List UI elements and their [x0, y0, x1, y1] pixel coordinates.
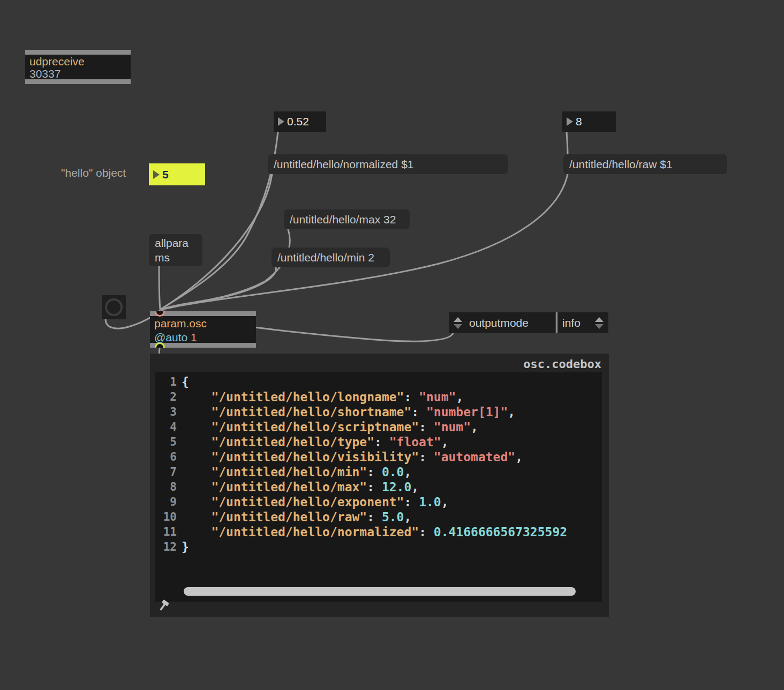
message-text: /untitled/hello/max 32	[290, 213, 396, 226]
outlet-strip	[25, 79, 131, 84]
message-text: allparams	[155, 236, 197, 265]
patch-cord	[567, 132, 568, 154]
object-argument: 30337	[29, 68, 129, 80]
inlet-strip	[25, 50, 131, 55]
number-triangle-icon	[278, 117, 284, 126]
code-line: 10 "/untitled/hello/raw": 5.0,	[155, 509, 602, 524]
umenu-info[interactable]: info	[556, 312, 608, 333]
number-box-normalized[interactable]: 0.52	[274, 111, 326, 132]
horizontal-scrollbar[interactable]	[184, 587, 576, 596]
code-line: 3 "/untitled/hello/shortname": "number[1…	[155, 404, 602, 419]
code-line: 8 "/untitled/hello/max": 12.0,	[155, 479, 602, 494]
arrow-up-icon	[595, 317, 604, 322]
number-value: 0.52	[287, 115, 309, 128]
osc-codebox-panel[interactable]: osc.codebox 1{2 "/untitled/hello/longnam…	[150, 354, 609, 617]
code-line: 4 "/untitled/hello/scriptname": "num",	[155, 419, 602, 434]
patch-cord	[161, 132, 278, 309]
number-box-hello[interactable]: 5	[149, 163, 205, 185]
arrow-down-icon	[454, 324, 462, 329]
message-box-allparams[interactable]: allparams	[149, 234, 202, 266]
message-text: /untitled/hello/normalized $1	[274, 158, 414, 171]
patch-cord	[161, 267, 276, 310]
message-box-normalized[interactable]: /untitled/hello/normalized $1	[268, 154, 508, 174]
object-box-udpreceive[interactable]: udpreceive 30337	[25, 50, 131, 84]
number-box-raw[interactable]: 8	[562, 111, 616, 132]
arrow-down-icon	[595, 324, 604, 329]
patch-cord	[159, 266, 160, 309]
number-triangle-icon	[153, 170, 160, 179]
umenu-outputmode[interactable]: outputmode	[449, 312, 555, 333]
code-line: 1{	[155, 374, 602, 389]
code-line: 12}	[155, 539, 602, 554]
object-name: param.osc	[154, 317, 254, 329]
hammer-icon[interactable]	[156, 599, 170, 613]
number-value: 8	[576, 115, 582, 128]
message-box-min[interactable]: /untitled/hello/min 2	[272, 248, 390, 267]
attr-value: 1	[191, 331, 197, 343]
inlet-strip	[150, 311, 256, 316]
comment-text: "hello" object	[61, 167, 126, 179]
object-attributes: @auto 1	[154, 331, 254, 343]
outlet-strip	[150, 343, 256, 348]
message-text: /untitled/hello/raw $1	[569, 158, 673, 171]
max-patcher-canvas[interactable]: udpreceive 30337 0.52 8 "hello" object 5…	[0, 0, 784, 690]
code-line: 11 "/untitled/hello/normalized": 0.41666…	[155, 524, 602, 539]
bang-circle-icon	[105, 298, 123, 316]
attr-name: @auto	[154, 331, 187, 343]
umenu-arrows-icon[interactable]	[454, 317, 462, 329]
comment-hello-object[interactable]: "hello" object	[61, 167, 147, 181]
umenu-selected-item: info	[557, 317, 581, 329]
message-text: /untitled/hello/min 2	[277, 251, 374, 264]
number-triangle-icon	[567, 117, 573, 126]
bang-button[interactable]	[102, 295, 126, 319]
message-box-max[interactable]: /untitled/hello/max 32	[284, 209, 410, 229]
code-line: 2 "/untitled/hello/longname": "num",	[155, 389, 602, 404]
object-name: udpreceive	[29, 55, 129, 68]
code-line: 7 "/untitled/hello/min": 0.0,	[155, 464, 602, 479]
patch-cord	[162, 174, 568, 310]
message-box-raw[interactable]: /untitled/hello/raw $1	[563, 154, 727, 174]
code-line: 9 "/untitled/hello/exponent": 1.0,	[155, 494, 602, 509]
code-line: 6 "/untitled/hello/visibility": "automat…	[155, 449, 602, 464]
umenu-arrows-icon[interactable]	[595, 317, 604, 329]
codebox-title: osc.codebox	[523, 357, 601, 371]
code-editor[interactable]: 1{2 "/untitled/hello/longname": "num",3 …	[155, 372, 602, 602]
arrow-up-icon	[454, 317, 462, 322]
umenu-selected-item: outputmode	[467, 317, 529, 329]
object-box-param-osc[interactable]: param.osc @auto 1	[150, 311, 256, 348]
number-value: 5	[162, 168, 169, 181]
code-line: 5 "/untitled/hello/type": "float",	[155, 434, 602, 449]
